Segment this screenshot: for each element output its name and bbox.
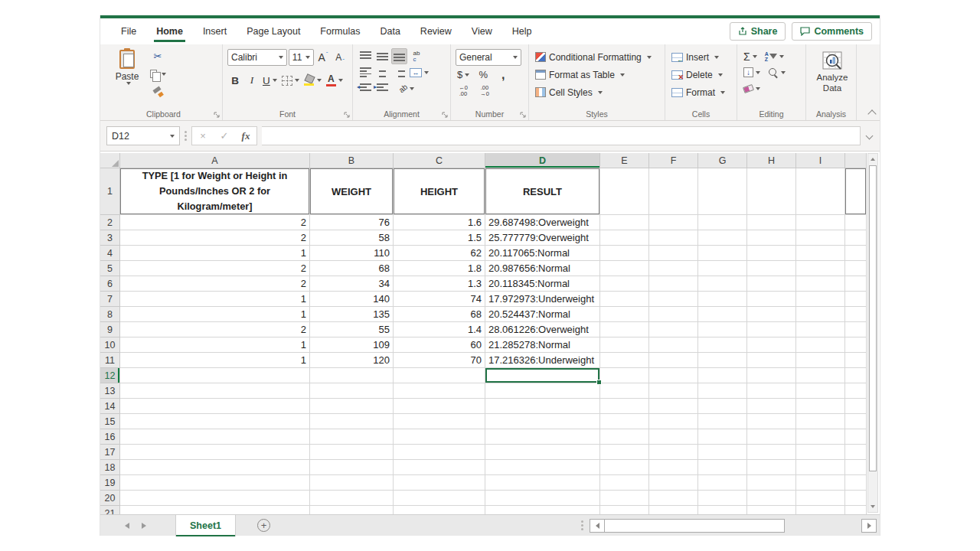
cell-A18[interactable]: [120, 460, 310, 475]
share-button[interactable]: Share: [730, 22, 786, 41]
font-color-button[interactable]: A: [325, 73, 345, 89]
cell-A6[interactable]: 2: [120, 276, 310, 292]
scrollbar-grip[interactable]: [581, 520, 583, 530]
cell-A7[interactable]: 1: [120, 292, 310, 307]
cell-partial7[interactable]: [845, 292, 867, 307]
cell-C8[interactable]: 68: [394, 307, 485, 322]
cell-partial6[interactable]: [845, 276, 867, 292]
cell-D15[interactable]: [485, 414, 600, 429]
cell-B15[interactable]: [310, 414, 394, 429]
cell-D6[interactable]: 20.118345:Normal: [485, 276, 600, 292]
insert-cells-button[interactable]: ←Insert: [670, 48, 732, 66]
cell-E7[interactable]: [600, 292, 649, 307]
cell-F17[interactable]: [649, 445, 698, 460]
cell-E18[interactable]: [600, 460, 649, 475]
cell-E21[interactable]: [600, 506, 649, 514]
tab-home[interactable]: Home: [146, 18, 193, 44]
align-right-button[interactable]: [391, 64, 407, 80]
font-size-select[interactable]: 11: [289, 49, 314, 66]
cell-B18[interactable]: [310, 460, 394, 475]
cell-F13[interactable]: [649, 383, 698, 399]
cell-G11[interactable]: [698, 353, 747, 368]
expand-formula-bar-icon[interactable]: [866, 132, 874, 140]
cell-B17[interactable]: [310, 445, 394, 460]
cell-E3[interactable]: [600, 230, 649, 246]
cell-G8[interactable]: [698, 307, 747, 322]
paste-button[interactable]: Paste: [109, 48, 145, 99]
underline-button[interactable]: U: [261, 73, 279, 89]
cell-F7[interactable]: [649, 292, 698, 307]
cell-H15[interactable]: [747, 414, 796, 429]
row-header-1[interactable]: 1: [100, 168, 120, 215]
row-header-12[interactable]: 12: [100, 368, 120, 383]
cell-B9[interactable]: 55: [310, 322, 394, 337]
cell-I4[interactable]: [796, 246, 845, 261]
tab-review[interactable]: Review: [410, 18, 462, 44]
align-center-button[interactable]: [374, 64, 390, 80]
row-header-7[interactable]: 7: [100, 292, 120, 307]
cell-D8[interactable]: 20.524437:Normal: [485, 307, 600, 322]
cell-B21[interactable]: [310, 506, 394, 514]
scroll-up-icon[interactable]: [868, 154, 877, 165]
name-box[interactable]: D12: [106, 126, 180, 145]
cell-E12[interactable]: [600, 368, 649, 383]
column-header-I[interactable]: I: [796, 153, 845, 168]
cell-partial12[interactable]: [845, 368, 867, 383]
cell-F18[interactable]: [649, 460, 698, 475]
cell-D12[interactable]: [485, 368, 600, 383]
cell-D11[interactable]: 17.216326:Underweight: [485, 353, 600, 368]
name-box-dropdown-icon[interactable]: [170, 135, 175, 138]
cell-C2[interactable]: 1.6: [394, 215, 485, 230]
borders-button[interactable]: [280, 73, 301, 89]
cell-G5[interactable]: [698, 261, 747, 276]
cell-H20[interactable]: [747, 491, 796, 506]
cell-G15[interactable]: [698, 414, 747, 429]
cell-D19[interactable]: [485, 475, 600, 491]
row-header-9[interactable]: 9: [100, 322, 120, 337]
cell-partial10[interactable]: [845, 337, 867, 353]
cell-H11[interactable]: [747, 353, 796, 368]
cell-I15[interactable]: [796, 414, 845, 429]
cell-I7[interactable]: [796, 292, 845, 307]
cell-C5[interactable]: 1.8: [394, 261, 485, 276]
format-cells-button[interactable]: Format: [670, 83, 732, 101]
cell-A11[interactable]: 1: [120, 353, 310, 368]
cell-partial18[interactable]: [845, 460, 867, 475]
row-header-18[interactable]: 18: [100, 460, 120, 475]
cell-partial16[interactable]: [845, 429, 867, 445]
tab-view[interactable]: View: [462, 18, 502, 44]
shrink-font-button[interactable]: Aˇ: [332, 50, 348, 66]
column-header-E[interactable]: E: [600, 153, 649, 168]
align-top-button[interactable]: [358, 48, 373, 64]
increase-indent-button[interactable]: ▸: [374, 80, 390, 96]
cell-A15[interactable]: [120, 414, 310, 429]
cell-E6[interactable]: [600, 276, 649, 292]
cell-F11[interactable]: [649, 353, 698, 368]
cell-C18[interactable]: [394, 460, 485, 475]
cell-B19[interactable]: [310, 475, 394, 491]
cell-H7[interactable]: [747, 292, 796, 307]
cell-H21[interactable]: [747, 506, 796, 514]
cell-partial4[interactable]: [845, 246, 867, 261]
cell-D21[interactable]: [485, 506, 600, 514]
insert-function-button[interactable]: fx: [235, 130, 256, 142]
cell-H19[interactable]: [747, 475, 796, 491]
cell-E5[interactable]: [600, 261, 649, 276]
cell-C16[interactable]: [394, 429, 485, 445]
copy-button[interactable]: [148, 66, 168, 82]
column-header-C[interactable]: C: [394, 153, 485, 168]
cell-B5[interactable]: 68: [310, 261, 394, 276]
horizontal-scroll-track[interactable]: [785, 519, 861, 533]
merge-center-button[interactable]: ↔: [408, 64, 430, 80]
row-header-11[interactable]: 11: [100, 353, 120, 368]
font-dialog-launcher[interactable]: [344, 112, 350, 118]
row-header-8[interactable]: 8: [100, 307, 120, 322]
cell-I5[interactable]: [796, 261, 845, 276]
cell-H17[interactable]: [747, 445, 796, 460]
cell-A8[interactable]: 1: [120, 307, 310, 322]
cell-G13[interactable]: [698, 383, 747, 399]
cell-F3[interactable]: [649, 230, 698, 246]
cell-partial14[interactable]: [845, 399, 867, 414]
cell-A13[interactable]: [120, 383, 310, 399]
cell-I9[interactable]: [796, 322, 845, 337]
